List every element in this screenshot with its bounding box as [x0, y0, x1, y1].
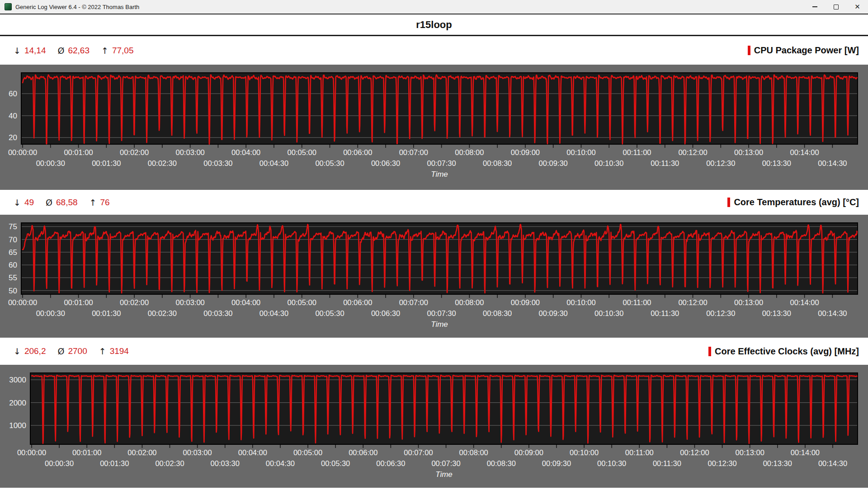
x-tick-label: 00:10:00: [570, 448, 599, 457]
x-tick-label: 00:08:00: [459, 448, 488, 457]
panel-core-effective-clocks: ↓ 206,2 Ø 2700 ↑ 3194 Core Effective Clo…: [0, 338, 868, 488]
x-tick-label: 00:02:30: [148, 309, 177, 317]
close-button[interactable]: ✕: [847, 0, 868, 14]
window-title: Generic Log Viewer 6.4 - © 2022 Thomas B…: [15, 4, 139, 10]
x-tick-label: 00:13:00: [734, 298, 763, 306]
avg-icon: Ø: [46, 198, 52, 207]
avg-icon: Ø: [57, 346, 64, 356]
x-tick-label: 00:09:30: [539, 309, 568, 317]
stat-max-value: 77,05: [112, 46, 134, 56]
x-tick-label: 00:04:30: [266, 459, 295, 467]
x-tick-label: 00:11:30: [651, 309, 679, 317]
x-tick-label: 00:12:00: [678, 148, 707, 156]
x-tick-label: 00:03:00: [176, 148, 205, 156]
x-tick-label: 00:14:30: [818, 309, 847, 317]
x-tick-label: 00:02:00: [127, 448, 156, 457]
y-tick-label: 70: [9, 236, 17, 244]
x-tick-label: 00:11:30: [651, 159, 679, 167]
x-tick-label: 00:07:00: [404, 448, 433, 457]
x-tick-label: 00:14:00: [791, 448, 820, 457]
stat-max-value: 3194: [110, 346, 129, 356]
x-tick-label: 00:12:30: [706, 159, 735, 167]
panel-cpu-package-power: ↓ 14,14 Ø 62,63 ↑ 77,05 CPU Package Powe…: [0, 36, 868, 190]
avg-icon: Ø: [57, 46, 64, 56]
series-legend: Core Effective Clocks (avg) [MHz]: [708, 346, 859, 357]
x-tick-label: 00:04:30: [259, 309, 288, 317]
minimize-icon: [812, 6, 817, 7]
x-tick-label: 00:01:00: [72, 448, 101, 457]
x-tick-label: 00:05:00: [288, 298, 316, 306]
x-tick-label: 00:14:00: [790, 148, 819, 156]
x-tick-label: 00:06:30: [371, 309, 400, 317]
x-tick-label: 00:05:30: [321, 459, 350, 467]
chart-area: 20406000:00:0000:00:3000:01:0000:01:3000…: [0, 65, 868, 190]
x-tick-label: 00:11:00: [623, 148, 651, 156]
x-tick-label: 00:13:30: [762, 159, 791, 167]
x-tick-label: 00:09:00: [511, 148, 540, 156]
x-tick-label: 00:13:00: [734, 148, 763, 156]
stat-avg-value: 2700: [68, 346, 87, 356]
y-tick-label: 60: [9, 261, 17, 269]
x-tick-label: 00:00:00: [8, 148, 37, 156]
legend-color-bar: [748, 46, 750, 55]
x-tick-label: 00:08:30: [483, 159, 512, 167]
x-tick-label: 00:08:00: [455, 298, 484, 306]
x-tick-label: 00:05:00: [293, 448, 322, 457]
x-tick-label: 00:00:30: [36, 159, 65, 167]
x-tick-label: 00:04:00: [231, 148, 260, 156]
x-tick-label: 00:00:30: [36, 309, 65, 317]
x-tick-label: 00:10:30: [594, 309, 623, 317]
stat-max-value: 76: [100, 198, 110, 207]
chart-svg: 50556065707500:00:0000:00:3000:01:0000:0…: [0, 215, 868, 338]
panel-core-temperatures: ↓ 49 Ø 68,58 ↑ 76 Core Temperatures (avg…: [0, 190, 868, 338]
minimize-button[interactable]: [804, 0, 826, 14]
x-tick-label: 00:11:00: [625, 448, 654, 457]
chart-area: 50556065707500:00:0000:00:3000:01:0000:0…: [0, 215, 868, 338]
stat-avg-value: 68,58: [56, 198, 78, 207]
y-tick-label: 65: [9, 248, 17, 257]
x-tick-label: 00:02:00: [120, 298, 149, 306]
x-tick-label: 00:09:00: [514, 448, 543, 457]
x-tick-label: 00:08:00: [455, 148, 484, 156]
x-tick-label: 00:00:30: [45, 459, 74, 467]
x-tick-label: 00:00:00: [17, 448, 46, 457]
y-tick-label: 2000: [9, 399, 26, 407]
x-tick-label: 00:13:00: [736, 448, 764, 457]
y-tick-label: 1000: [9, 421, 26, 430]
x-tick-label: 00:08:30: [487, 459, 516, 467]
page-title: r15loop: [0, 14, 868, 36]
min-arrow-icon: ↓: [14, 46, 21, 56]
x-tick-label: 00:13:30: [763, 459, 792, 467]
x-tick-label: 00:05:30: [315, 159, 344, 167]
x-tick-label: 00:06:00: [349, 448, 377, 457]
maximize-button[interactable]: [826, 0, 847, 14]
panel-header: ↓ 14,14 Ø 62,63 ↑ 77,05 CPU Package Powe…: [0, 36, 868, 65]
x-tick-label: 00:12:00: [680, 448, 709, 457]
x-tick-label: 00:10:30: [597, 459, 626, 467]
y-tick-label: 50: [9, 287, 17, 295]
x-tick-label: 00:05:00: [288, 148, 316, 156]
legend-color-bar: [708, 347, 711, 356]
y-tick-label: 55: [9, 273, 17, 282]
time-axis-label: Time: [435, 470, 453, 479]
series-name: Core Effective Clocks (avg) [MHz]: [715, 346, 859, 357]
x-tick-label: 00:14:00: [790, 298, 819, 306]
x-tick-label: 00:07:00: [399, 148, 428, 156]
x-tick-label: 00:07:30: [427, 309, 456, 317]
x-tick-label: 00:12:30: [708, 459, 736, 467]
stats-row: ↓ 206,2 Ø 2700 ↑ 3194: [14, 346, 141, 356]
time-axis-label: Time: [431, 170, 448, 179]
x-tick-label: 00:04:30: [259, 159, 288, 167]
x-tick-label: 00:10:00: [566, 298, 595, 306]
max-arrow-icon: ↑: [99, 346, 106, 356]
series-legend: Core Temperatures (avg) [°C]: [727, 197, 859, 207]
title-bar: Generic Log Viewer 6.4 - © 2022 Thomas B…: [0, 0, 868, 14]
x-tick-label: 00:01:30: [100, 459, 129, 467]
stat-avg-value: 62,63: [68, 46, 90, 56]
y-tick-label: 75: [9, 222, 17, 231]
series-legend: CPU Package Power [W]: [748, 45, 859, 56]
x-tick-label: 00:01:00: [64, 298, 93, 306]
y-tick-label: 20: [9, 133, 17, 142]
panel-header: ↓ 49 Ø 68,58 ↑ 76 Core Temperatures (avg…: [0, 190, 868, 215]
x-tick-label: 00:08:30: [483, 309, 512, 317]
